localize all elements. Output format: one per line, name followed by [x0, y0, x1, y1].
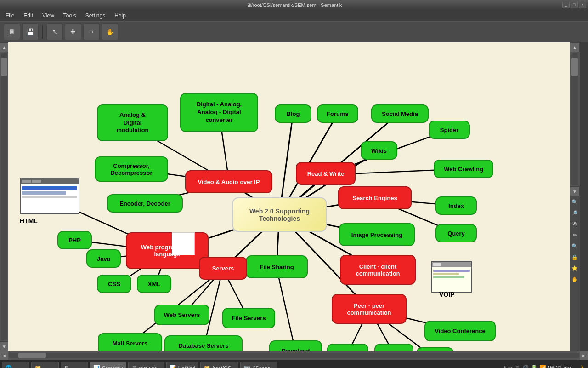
- sys-icon-display[interactable]: 🖥: [514, 365, 520, 368]
- node-spider[interactable]: Spider: [429, 121, 470, 139]
- sys-icon-scissors[interactable]: ✂: [508, 365, 513, 368]
- panel-icon-eye[interactable]: 👁: [570, 219, 579, 229]
- hscroll-right[interactable]: ►: [580, 351, 588, 360]
- scroll-down-btn[interactable]: ▼: [0, 341, 9, 351]
- panel-icon-search2[interactable]: 🔍: [570, 242, 579, 251]
- node-servers[interactable]: Servers: [199, 257, 247, 280]
- vscroll-up[interactable]: ▲: [570, 42, 580, 52]
- scroll-thumb[interactable]: [1, 58, 7, 76]
- menu-help[interactable]: Help: [111, 12, 130, 20]
- node-blog[interactable]: Blog: [275, 104, 311, 123]
- tool-add[interactable]: ✚: [65, 23, 81, 40]
- hscroll-track[interactable]: [9, 353, 579, 358]
- node-search-engines[interactable]: Search Engines: [338, 186, 412, 209]
- menu-edit[interactable]: Edit: [20, 12, 37, 20]
- menu-file[interactable]: File: [2, 12, 18, 20]
- sys-icon-sound[interactable]: 🔊: [522, 365, 529, 368]
- node-css[interactable]: CSS: [97, 275, 131, 293]
- node-compressor[interactable]: Compressor,Decompressor: [95, 156, 168, 182]
- left-scrollbar[interactable]: ▲ ▼: [0, 42, 8, 351]
- tool-move[interactable]: ↔: [83, 23, 100, 40]
- node-video-conference[interactable]: Video Conference: [424, 321, 496, 341]
- node-download[interactable]: Download: [269, 340, 322, 351]
- web-programming-icon: [172, 232, 195, 255]
- node-query[interactable]: Query: [435, 224, 477, 242]
- node-analog-digital[interactable]: Analog &Digitalmodulation: [97, 104, 168, 141]
- panel-icon-zoom[interactable]: 🔎: [570, 208, 579, 218]
- scroll-track[interactable]: [1, 53, 7, 340]
- ksnaps-icon: 📷: [243, 365, 250, 368]
- panel-icon-pencil[interactable]: ✏: [570, 230, 579, 240]
- node-file-sharing[interactable]: File Sharing: [246, 255, 308, 278]
- titlebar-icon: 🖥: [246, 2, 251, 8]
- node-java[interactable]: Java: [86, 249, 121, 268]
- taskbar-terminal[interactable]: 🖥: [61, 362, 88, 368]
- taskbar-untitled[interactable]: 📝 Untitled: [166, 362, 198, 368]
- node-digital-analog[interactable]: Digital - Analog,Analog - Digitalconvert…: [180, 93, 258, 132]
- panel-icon-search[interactable]: 🔍: [570, 197, 579, 207]
- taskbar-untitled-label: Untitled: [178, 365, 195, 368]
- tool-select[interactable]: ↖: [46, 23, 63, 40]
- node-encoder[interactable]: Encoder, Decoder: [107, 194, 183, 213]
- close-button[interactable]: ×: [579, 1, 586, 8]
- panel-icon-hand[interactable]: ✋: [570, 275, 579, 284]
- taskbar-rootos[interactable]: 📁 /root/OS...: [200, 362, 238, 368]
- bottom-scrollbar[interactable]: ◄ ►: [0, 351, 588, 360]
- node-web-crawling[interactable]: Web Crawling: [434, 160, 493, 178]
- node-index[interactable]: Index: [435, 196, 477, 215]
- node-social-media[interactable]: Social Media: [371, 104, 429, 123]
- menu-view[interactable]: View: [39, 12, 58, 20]
- panel-icon-star[interactable]: ⭐: [570, 264, 579, 273]
- node-forums[interactable]: Forums: [317, 104, 358, 123]
- hscroll-thumb[interactable]: [18, 353, 46, 358]
- menu-settings[interactable]: Settings: [82, 12, 109, 20]
- taskbar-ksnaps[interactable]: 📷 KSnaps...: [240, 362, 277, 368]
- scroll-up-btn[interactable]: ▲: [0, 42, 9, 52]
- taskbar-clock: 06:31 pm: [548, 365, 575, 368]
- canvas-container: HTML Blog Forums Social Media Wikis Spid…: [8, 42, 570, 351]
- node-center[interactable]: Web 2.0 SupportingTechnologies: [232, 197, 327, 232]
- node-database-servers[interactable]: Database Servers: [164, 335, 243, 351]
- taskbar-start[interactable]: 🌐: [2, 362, 29, 368]
- tools-panel: 🔍 🔎 👁 ✏ 🔍 🔒 ⭐ ✋: [570, 196, 580, 351]
- sys-icon-battery[interactable]: 🔋: [531, 365, 537, 368]
- right-scrollbar[interactable]: ▲ ▼: [570, 42, 580, 196]
- maximize-button[interactable]: □: [571, 1, 578, 8]
- sys-icon-info[interactable]: ℹ: [504, 365, 506, 368]
- menu-tools[interactable]: Tools: [60, 12, 80, 20]
- tool-hand[interactable]: ✋: [102, 23, 118, 40]
- vscroll-track[interactable]: [571, 53, 578, 185]
- node-peer-peer[interactable]: Peer - peercommunication: [332, 294, 407, 324]
- html-thumbnail[interactable]: [20, 178, 79, 214]
- taskbar-root[interactable]: 🖥 root : se...: [128, 362, 164, 368]
- node-web-servers[interactable]: Web Servers: [154, 305, 209, 325]
- node-web-programming[interactable]: Web programminglanguage: [126, 232, 209, 269]
- node-client-client[interactable]: Client - clientcommunication: [340, 255, 416, 285]
- node-video-audio[interactable]: Video & Audio over IP: [185, 170, 272, 193]
- node-email[interactable]: email: [374, 344, 413, 351]
- panel-icon-lock[interactable]: 🔒: [570, 253, 579, 262]
- taskbar-semantik[interactable]: 📊 Semantik: [90, 362, 126, 368]
- minimize-button[interactable]: _: [562, 1, 570, 8]
- tool-save[interactable]: 💾: [22, 23, 39, 40]
- node-image-processing[interactable]: Image Processing: [339, 223, 415, 246]
- doc-icon: 📝: [170, 365, 176, 368]
- node-file-servers[interactable]: File Servers: [222, 308, 275, 328]
- tool-open[interactable]: 🖥: [4, 23, 20, 40]
- node-php[interactable]: PHP: [57, 231, 92, 249]
- voip-thumbnail[interactable]: [431, 261, 472, 293]
- node-mail-servers[interactable]: Mail Servers: [98, 333, 162, 351]
- taskbar-folder[interactable]: 📁: [31, 362, 59, 368]
- vscroll-down[interactable]: ▼: [570, 186, 580, 196]
- sys-icon-network[interactable]: 📶: [539, 365, 546, 368]
- sys-icon-moon[interactable]: 🌙: [577, 365, 586, 368]
- node-read-write[interactable]: Read & Write: [296, 162, 356, 185]
- main-area: ▲ ▼: [0, 42, 588, 351]
- node-wikis[interactable]: Wikis: [361, 141, 397, 160]
- node-xml[interactable]: XML: [137, 275, 171, 293]
- node-chat[interactable]: Chat: [416, 347, 454, 351]
- hscroll-left[interactable]: ◄: [0, 351, 8, 360]
- node-upload[interactable]: Upload: [327, 344, 368, 351]
- vscroll-thumb[interactable]: [571, 58, 578, 76]
- rootos-icon: 📁: [204, 365, 210, 368]
